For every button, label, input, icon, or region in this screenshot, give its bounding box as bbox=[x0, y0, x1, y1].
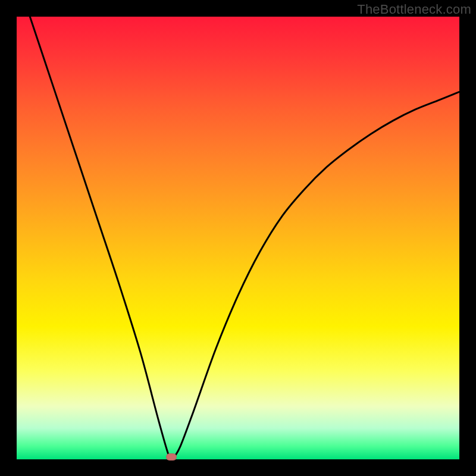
optimal-point-marker bbox=[166, 453, 177, 461]
chart-frame: TheBottleneck.com bbox=[0, 0, 476, 476]
watermark-text: TheBottleneck.com bbox=[357, 2, 471, 17]
bottleneck-curve bbox=[17, 17, 459, 459]
